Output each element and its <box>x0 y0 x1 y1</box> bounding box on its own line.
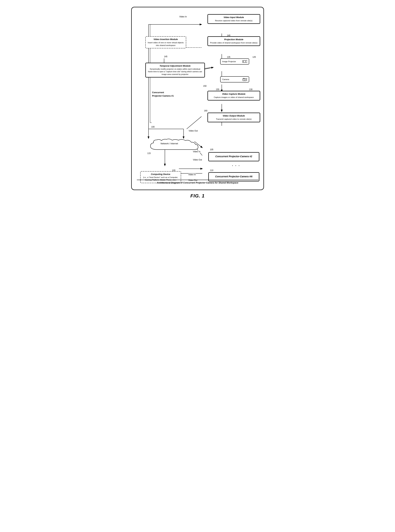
dots-label: · · · <box>232 164 240 168</box>
image-projector-label: Image Projector <box>222 60 236 63</box>
video-input-desc: Receive captured video from remote site(… <box>210 19 258 22</box>
video-output-module: Video Output Module Transmit captured vi… <box>208 113 260 122</box>
network-cloud <box>147 139 202 152</box>
video-capture-title: Video Capture Module <box>210 93 258 95</box>
video-in-2-label: Video In <box>193 151 200 153</box>
video-capture-module: Video Capture Module Capture images or v… <box>208 91 260 101</box>
video-insertion-desc: Insert video of one or more virtual obje… <box>148 41 184 47</box>
projection-title: Projection Module <box>210 38 258 41</box>
concurrent2-title: Concurrent Projector-Camera #2 <box>211 155 257 158</box>
svg-marker-28 <box>246 60 247 63</box>
concurrent1-label: Concurrent Projector-Camera #1 <box>152 91 174 97</box>
projection-desc: Provide video of shared workspace from r… <box>210 41 258 44</box>
projection-module: Projection Module Provide video of share… <box>208 36 260 46</box>
computing-title: Computing Device <box>143 173 179 175</box>
diagram-caption: Architectural Diagram of Concurrent Proj… <box>137 180 258 185</box>
label-130: 130 <box>249 88 252 91</box>
label-160: 160 <box>204 110 208 112</box>
video-output-desc: Transmit captured video to remote site(s… <box>210 118 258 120</box>
diagram-area: Video Input Module Receive captured vide… <box>137 12 258 186</box>
outer-box: Video Input Module Receive captured vide… <box>131 7 264 190</box>
svg-marker-31 <box>246 78 247 81</box>
svg-point-30 <box>244 79 245 80</box>
fig-title: FIG. 1 <box>190 193 205 199</box>
video-input-module: Video Input Module Receive captured vide… <box>208 14 260 24</box>
video-in-n-label: Video In <box>188 174 196 176</box>
camera-box: Camera <box>220 76 249 83</box>
video-insertion-module: Video Insertion Module Insert video of o… <box>145 36 186 48</box>
video-out-2-label: Video Out <box>193 159 202 161</box>
video-insertion-title: Video Insertion Module <box>148 38 184 40</box>
video-input-title: Video Input Module <box>210 16 258 19</box>
video-out-label: Video Out <box>189 130 198 132</box>
video-in-top-label: Video In <box>179 16 187 18</box>
projector-icon <box>242 60 247 63</box>
label-115: 115 <box>147 152 151 155</box>
image-projector-box: Image Projector <box>220 58 249 65</box>
temporal-title: Temporal Adjustment Module <box>148 65 202 67</box>
label-100: 100 <box>151 126 155 128</box>
concurrentN-title: Concurrent Projector-Camera #N <box>211 175 257 178</box>
temporal-module: Temporal Adjustment Module Dynamically m… <box>145 63 205 78</box>
label-155: 155 <box>216 88 219 91</box>
temporal-desc: Dynamically modify projector on-states w… <box>148 68 202 76</box>
label-110: 110 <box>210 169 214 172</box>
svg-point-27 <box>243 61 244 62</box>
video-output-title: Video Output Module <box>210 114 258 117</box>
label-150: 150 <box>203 85 207 87</box>
label-145: 145 <box>164 55 167 58</box>
svg-line-15 <box>187 117 201 129</box>
concurrent2-box: Concurrent Projector-Camera #2 <box>208 152 259 161</box>
network-label: Network / Internet <box>161 142 178 145</box>
camera-label: Camera <box>222 78 229 81</box>
label-135: 135 <box>227 56 230 58</box>
label-125: 125 <box>252 56 256 58</box>
page-container: Video Input Module Receive captured vide… <box>131 7 264 199</box>
network-cloud-container: Network / Internet <box>147 139 202 152</box>
label-105: 105 <box>210 148 214 151</box>
video-capture-desc: Capture images or video of shared worksp… <box>210 96 258 99</box>
camera-icon <box>242 78 247 81</box>
